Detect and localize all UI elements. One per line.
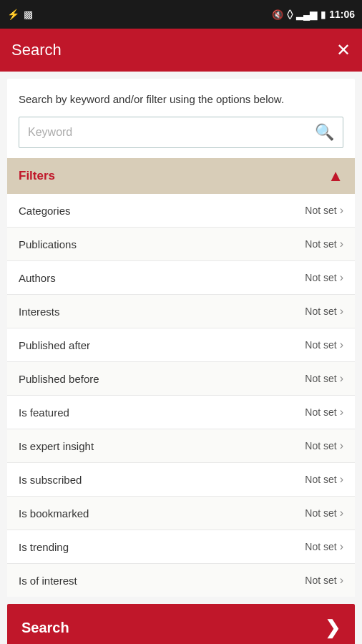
status-bar-left: ⚡ ▩: [7, 9, 33, 20]
filter-value-container: Not set›: [305, 305, 343, 318]
filter-label: Authors: [19, 272, 56, 284]
chevron-right-icon: ›: [340, 305, 343, 318]
chevron-right-icon: ›: [340, 507, 343, 519]
filter-value-container: Not set›: [305, 204, 343, 217]
filter-label: Published after: [19, 339, 90, 351]
filter-value: Not set: [305, 474, 336, 485]
filter-row[interactable]: Is trendingNot set›: [7, 530, 355, 564]
chevron-right-icon: ›: [340, 406, 343, 419]
chevron-right-icon: ›: [340, 574, 343, 587]
chevron-right-icon: ›: [340, 338, 343, 351]
filter-rows-container: CategoriesNot set›PublicationsNot set›Au…: [7, 194, 355, 597]
chevron-right-icon: ›: [340, 473, 343, 486]
filter-label: Is of interest: [19, 575, 77, 587]
filter-row[interactable]: Published beforeNot set›: [7, 362, 355, 396]
filter-value-container: Not set›: [305, 372, 343, 385]
status-bar-right: 🔇 〈〉 ▂▄▆ ▮ 11:06: [272, 9, 355, 20]
filter-label: Is trending: [19, 541, 69, 553]
search-magnifier-icon[interactable]: 🔍: [306, 117, 343, 147]
mute-icon: 🔇: [272, 9, 283, 20]
filter-value: Not set: [305, 339, 336, 351]
filter-label: Published before: [19, 373, 99, 385]
filter-value: Not set: [305, 373, 336, 384]
filter-value-container: Not set›: [305, 507, 343, 519]
filter-row[interactable]: Published afterNot set›: [7, 328, 355, 362]
page-title: Search: [11, 41, 62, 59]
filter-value-container: Not set›: [305, 271, 343, 284]
filter-value: Not set: [305, 306, 336, 317]
app-header: Search ✕: [0, 29, 362, 72]
filter-label: Publications: [19, 238, 77, 250]
filter-value-container: Not set›: [305, 574, 343, 587]
chevron-right-icon: ›: [340, 238, 343, 250]
battery-icon: ▮: [321, 9, 326, 20]
filter-row[interactable]: Is expert insightNot set›: [7, 429, 355, 463]
filter-value: Not set: [305, 406, 336, 418]
content-card: Search by keyword and/or filter using th…: [7, 79, 355, 597]
search-button-label: Search: [21, 620, 69, 636]
filter-value-container: Not set›: [305, 238, 343, 250]
filter-row[interactable]: Is bookmarkedNot set›: [7, 497, 355, 530]
filter-value-container: Not set›: [305, 540, 343, 553]
filter-row[interactable]: InterestsNot set›: [7, 295, 355, 328]
filter-value: Not set: [305, 272, 336, 283]
filter-value-container: Not set›: [305, 406, 343, 419]
filter-value: Not set: [305, 440, 336, 452]
filter-value-container: Not set›: [305, 439, 343, 452]
chevron-right-icon: ›: [340, 439, 343, 452]
filter-row[interactable]: AuthorsNot set›: [7, 261, 355, 295]
filter-row[interactable]: Is featuredNot set›: [7, 396, 355, 429]
filter-label: Is bookmarked: [19, 507, 89, 519]
filter-label: Is expert insight: [19, 440, 94, 452]
filter-value: Not set: [305, 205, 336, 216]
wifi-icon: 〈〉: [287, 9, 293, 20]
filter-label: Interests: [19, 306, 60, 318]
filter-row[interactable]: Is of interestNot set›: [7, 564, 355, 597]
time-display: 11:06: [329, 9, 355, 20]
search-button-chevron: ❯: [325, 617, 341, 639]
filter-value-container: Not set›: [305, 473, 343, 486]
filter-value: Not set: [305, 507, 336, 519]
filter-value: Not set: [305, 541, 336, 552]
chevron-right-icon: ›: [340, 271, 343, 284]
search-button[interactable]: Search ❯: [7, 604, 355, 644]
status-bar: ⚡ ▩ 🔇 〈〉 ▂▄▆ ▮ 11:06: [0, 0, 362, 29]
filters-title: Filters: [19, 169, 55, 183]
chevron-right-icon: ›: [340, 204, 343, 217]
search-description: Search by keyword and/or filter using th…: [7, 79, 355, 117]
filter-label: Categories: [19, 205, 71, 217]
filter-row[interactable]: CategoriesNot set›: [7, 194, 355, 228]
filter-value: Not set: [305, 575, 336, 586]
filter-label: Is subscribed: [19, 474, 82, 486]
filter-row[interactable]: PublicationsNot set›: [7, 228, 355, 261]
signal-icon: ▂▄▆: [296, 9, 317, 20]
filter-value: Not set: [305, 238, 336, 250]
search-input-container: 🔍: [19, 117, 343, 148]
filter-value-container: Not set›: [305, 338, 343, 351]
search-input[interactable]: [19, 119, 306, 146]
chevron-right-icon: ›: [340, 540, 343, 553]
close-button[interactable]: ✕: [336, 42, 351, 59]
usb-icon: ⚡: [7, 9, 19, 20]
filter-label: Is featured: [19, 406, 69, 419]
chevron-right-icon: ›: [340, 372, 343, 385]
filter-row[interactable]: Is subscribedNot set›: [7, 463, 355, 497]
filters-header[interactable]: Filters ▲: [7, 158, 355, 194]
filters-toggle-icon[interactable]: ▲: [328, 167, 343, 185]
sd-icon: ▩: [24, 9, 33, 20]
